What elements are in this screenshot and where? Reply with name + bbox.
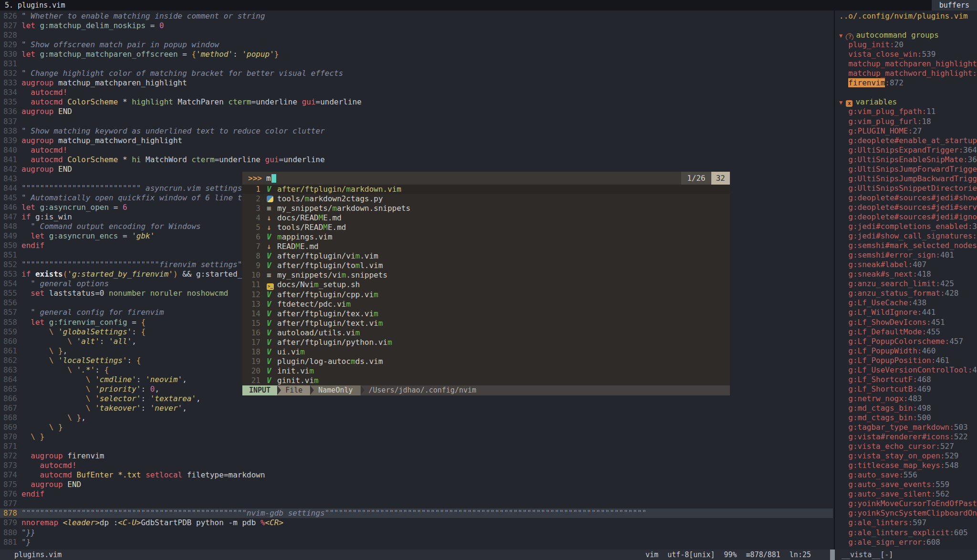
sidebar-section-header[interactable]: ▼ xvariables — [839, 97, 977, 107]
code-line[interactable]: 870 \ } — [0, 432, 833, 442]
sidebar-section-header[interactable]: ▼ ?autocommand groups — [839, 31, 977, 40]
file-list-item[interactable]: 3my_snippets/markdown.snippets — [242, 204, 730, 213]
sidebar-tag-row[interactable]: g:Lf_PopupColorscheme:457 — [839, 337, 977, 346]
sidebar-tag-row[interactable]: matchup_matchparen_highlight: — [839, 59, 977, 69]
sidebar-tag-row[interactable]: g:anzu_status_format:428 — [839, 289, 977, 298]
code-line[interactable]: 876endif — [0, 489, 833, 499]
file-list-item[interactable]: 12after/ftplugin/cpp.vim — [242, 290, 730, 300]
code-line[interactable]: 836augroup END — [0, 107, 833, 116]
file-list-item-selected[interactable]: 1after/ftplugin/markdown.vim — [242, 185, 730, 194]
sidebar-tag-row[interactable]: g:netrw_nogx:483 — [839, 394, 977, 404]
search-query-input[interactable]: m — [266, 174, 271, 183]
sidebar-tag-row[interactable]: g:deoplete#sources#jedi#serv — [839, 203, 977, 212]
code-line[interactable]: 830let g:matchup_matchparen_offscreen = … — [0, 50, 833, 59]
sidebar-tag-row[interactable]: g:Lf_ShortcutB:469 — [839, 384, 977, 394]
sidebar-tag-row[interactable]: g:Lf_ShowDevIcons:451 — [839, 318, 977, 327]
sidebar-tag-row[interactable]: firenvim:872 — [839, 78, 977, 88]
tab-current-buffer[interactable]: 5. plugins.vim — [0, 0, 65, 10]
sidebar-tag-row[interactable]: g:UltiSnipsSnippetDirectorie — [839, 184, 977, 193]
code-line[interactable]: 873 autocmd! — [0, 461, 833, 470]
code-line[interactable]: 880"}} — [0, 528, 833, 538]
sidebar-tag-row[interactable]: g:anzu_search_limit:425 — [839, 279, 977, 289]
sidebar-tag-row[interactable]: g:sneak#s_next:418 — [839, 270, 977, 279]
code-line[interactable]: 840 autocmd! — [0, 145, 833, 155]
sidebar-tag-row[interactable]: g:deoplete#enable_at_startup — [839, 136, 977, 145]
file-list-item[interactable]: 20init.vim — [242, 366, 730, 376]
sidebar-tag-row[interactable]: g:yoinkMoveCursorToEndOfPast — [839, 499, 977, 508]
sidebar-tag-row[interactable]: g:sneak#label:407 — [839, 260, 977, 270]
sidebar-tag-row[interactable]: g:deoplete#sources#jedi#igno — [839, 212, 977, 222]
sidebar-tag-row[interactable]: g:Lf_DefaultMode:455 — [839, 327, 977, 337]
code-line-cursor[interactable]: 878"""""""""""""""""""""""""""""""""""""… — [0, 508, 833, 518]
code-line[interactable]: 833augroup matchup_matchparen_highlight — [0, 78, 833, 88]
sidebar-tag-row[interactable]: g:md_ctags_bin:500 — [839, 413, 977, 423]
file-list-item[interactable]: 5tools/README.md — [242, 223, 730, 232]
sidebar-tag-row[interactable]: g:md_ctags_bin:498 — [839, 404, 977, 413]
sidebar-tag-row[interactable]: g:ale_linters_explicit:605 — [839, 528, 977, 538]
sidebar-tag-row[interactable]: g:PLUGIN_HOME:27 — [839, 126, 977, 136]
code-line[interactable]: 834 autocmd! — [0, 88, 833, 97]
code-line[interactable]: 867 \ 'takeover': 'never', — [0, 404, 833, 413]
sidebar-tag-row[interactable]: vista_close_win:539 — [839, 50, 977, 59]
fuzzy-input-bar[interactable]: >>> m 1/26 32 — [242, 172, 730, 185]
code-line[interactable]: 835 autocmd ColorScheme * highlight Matc… — [0, 97, 833, 107]
file-list-item[interactable]: 2tools/markdown2ctags.py — [242, 194, 730, 204]
code-line[interactable]: 868 \ }, — [0, 413, 833, 423]
sidebar-tag-row[interactable]: g:auto_save:556 — [839, 470, 977, 480]
sidebar-tag-row[interactable]: g:vista_echo_cursor:527 — [839, 442, 977, 451]
sidebar-tag-row[interactable]: g:ale_sign_error:608 — [839, 538, 977, 547]
sidebar-tag-row[interactable]: g:UltiSnipsJumpForwardTrigge — [839, 165, 977, 174]
code-line[interactable]: 874 autocmd BufEnter *.txt setlocal file… — [0, 470, 833, 480]
code-line[interactable]: 838" Show matching keyword as underlined… — [0, 126, 833, 136]
sidebar-tag-row[interactable]: g:deoplete#sources#jedi#show — [839, 193, 977, 203]
sidebar-tag-row[interactable]: g:vista_stay_on_open:529 — [839, 451, 977, 461]
file-list-item[interactable]: 11docs/Nvim_setup.sh — [242, 280, 730, 290]
sidebar-tag-row[interactable]: g:auto_save_silent:562 — [839, 489, 977, 499]
code-line[interactable]: 839augroup matchup_matchword_highlight — [0, 136, 833, 145]
code-line[interactable]: 829" Show offscreen match pair in popup … — [0, 40, 833, 50]
sidebar-tag-row[interactable]: g:Lf_PopupPosition:461 — [839, 356, 977, 365]
statusline-window-separator[interactable] — [830, 550, 835, 560]
code-line[interactable]: 831 — [0, 59, 833, 69]
sidebar-tag-row[interactable]: g:UltiSnipsEnableSnipMate:36 — [839, 155, 977, 165]
file-list-item[interactable]: 18ui.vim — [242, 347, 730, 357]
sidebar-tag-row[interactable]: g:vista#renderer#icons:522 — [839, 432, 977, 442]
code-line[interactable]: 841 autocmd ColorScheme * hi MatchWord c… — [0, 155, 833, 165]
sidebar-tag-row[interactable]: g:vim_plug_furl:18 — [839, 117, 977, 126]
sidebar-tag-row[interactable]: g:Lf_WildIgnore:441 — [839, 308, 977, 317]
code-line[interactable]: 827let g:matchup_delim_noskips = 0 — [0, 21, 833, 31]
code-line[interactable]: 826" Whether to enable matching inside c… — [0, 11, 833, 21]
sidebar-tag-row[interactable]: g:Lf_UseVersionControlTool:4 — [839, 365, 977, 375]
file-list-item[interactable]: 16autoload/utils.vim — [242, 328, 730, 338]
code-line[interactable]: 879nnoremap <leader>dp :<C-U>GdbStartPDB… — [0, 518, 833, 528]
sidebar-tag-row[interactable]: g:Lf_UseCache:438 — [839, 298, 977, 308]
code-line[interactable]: 881"} — [0, 538, 833, 547]
sidebar-tag-row[interactable]: g:tagbar_type_markdown:503 — [839, 423, 977, 432]
file-list-item[interactable]: 17after/ftplugin/python.vim — [242, 338, 730, 347]
file-list-item[interactable]: 10my_snippets/vim.snippets — [242, 270, 730, 280]
file-list-item[interactable]: 9after/ftplugin/toml.vim — [242, 261, 730, 270]
code-line[interactable]: 869 \ } — [0, 423, 833, 432]
sidebar-tag-row[interactable]: g:vim_plug_fpath:11 — [839, 107, 977, 116]
file-list-item[interactable]: 4docs/README.md — [242, 213, 730, 223]
sidebar-tag-row[interactable]: g:titlecase_map_keys:548 — [839, 461, 977, 470]
file-list-item[interactable]: 21ginit.vim — [242, 376, 730, 385]
sidebar-tag-row[interactable]: matchup_matchword_highlight: — [839, 69, 977, 78]
file-list-item[interactable]: 13ftdetect/pdc.vim — [242, 300, 730, 309]
sidebar-tag-row[interactable]: g:semshi#mark_selected_nodes — [839, 241, 977, 250]
code-line[interactable]: 828 — [0, 31, 833, 40]
sidebar-tag-row[interactable]: plug_init:20 — [839, 40, 977, 50]
sidebar-tag-row[interactable]: g:UltiSnipsExpandTrigger:364 — [839, 145, 977, 155]
sidebar-tag-row[interactable]: g:UltiSnipsJumpBackwardTrigg — [839, 174, 977, 184]
code-line[interactable]: 875 augroup END — [0, 480, 833, 489]
file-list-item[interactable]: 15after/ftplugin/text.vim — [242, 319, 730, 328]
sidebar-tag-row[interactable]: g:jedi#show_call_signatures: — [839, 231, 977, 241]
sidebar-tag-row[interactable]: g:Lf_PopupWidth:460 — [839, 346, 977, 356]
sidebar-tag-row[interactable]: g:jedi#completions_enabled:3 — [839, 222, 977, 231]
code-line[interactable]: 837 — [0, 117, 833, 126]
code-line[interactable]: 871 — [0, 442, 833, 451]
file-list-item[interactable]: 7README.md — [242, 242, 730, 251]
sidebar-tag-row[interactable]: g:Lf_ShortcutF:468 — [839, 375, 977, 384]
file-list-item[interactable]: 19plugin/log-autocmds.vim — [242, 357, 730, 366]
code-line[interactable]: 872 augroup firenvim — [0, 451, 833, 461]
